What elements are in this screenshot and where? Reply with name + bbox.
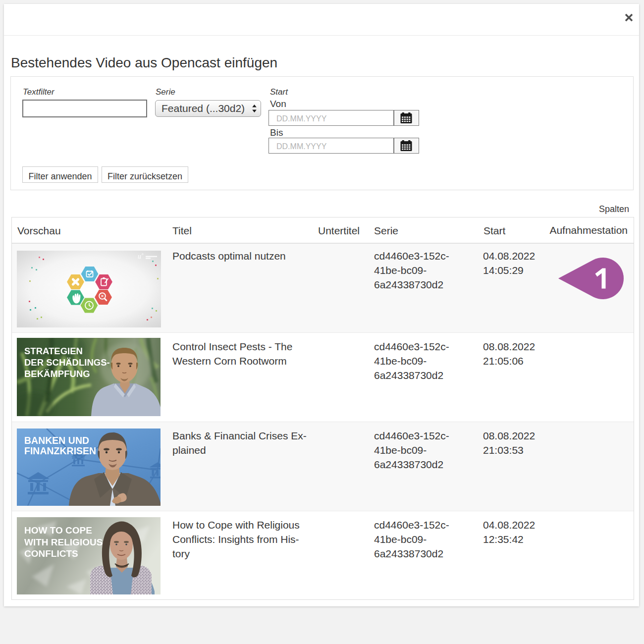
svg-text:b: b <box>142 252 144 256</box>
svg-text:DER SCHÄDLINGS-: DER SCHÄDLINGS- <box>24 357 110 368</box>
svg-text:CONFLICTS: CONFLICTS <box>24 548 78 559</box>
svg-text:STRATEGIEN: STRATEGIEN <box>24 346 83 356</box>
svg-text:BEKÄMPFUNG: BEKÄMPFUNG <box>24 369 90 379</box>
svg-text:FINANZKRISEN: FINANZKRISEN <box>24 445 96 456</box>
svg-text:WITH RELIGIOUS: WITH RELIGIOUS <box>24 537 103 547</box>
svg-text:u: u <box>138 253 141 260</box>
svg-text:BANKEN UND: BANKEN UND <box>24 435 89 446</box>
svg-text:HOW TO COPE: HOW TO COPE <box>24 525 92 536</box>
